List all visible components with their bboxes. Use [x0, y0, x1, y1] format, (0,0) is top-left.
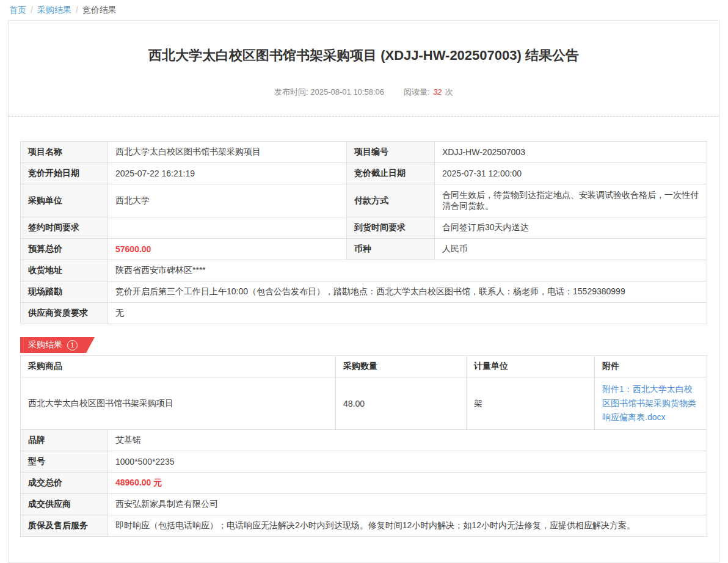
project-info-table: 项目名称 西北大学太白校区图书馆书架采购项目 项目编号 XDJJ-HW-2025…: [20, 141, 707, 324]
table-row: 西北大学太白校区图书馆书架采购项目 48.00 架 附件1：西北大学太白校区图书…: [21, 377, 707, 430]
deal-price-label: 成交总价: [21, 473, 108, 494]
bid-start-label: 竞价开始日期: [21, 163, 108, 184]
attachment-cell: 附件1：西北大学太白校区图书馆书架采购货物类响应偏离表.docx: [595, 377, 707, 430]
ribbon-count-badge: 1: [67, 340, 78, 351]
project-no-value: XDJJ-HW-202507003: [435, 142, 707, 163]
address-value: 陕西省西安市碑林区****: [108, 260, 707, 282]
warranty-value: 即时响应（包括电话响应）；电话响应无法解决2小时内到达现场。修复时间12小时内解…: [108, 515, 707, 537]
brand-value: 艾基锘: [108, 430, 707, 451]
breadcrumb-home-link[interactable]: 首页: [9, 5, 26, 15]
breadcrumb-current: 竞价结果: [82, 5, 117, 15]
col-header-quantity: 采购数量: [336, 356, 467, 377]
bid-end-value: 2025-07-31 12:00:00: [435, 163, 707, 184]
model-value: 1000*500*2235: [108, 451, 707, 473]
delivery-time-label: 到货时间要求: [347, 217, 435, 239]
table-row: 竞价开始日期 2025-07-22 16:21:19 竞价截止日期 2025-0…: [21, 163, 707, 184]
table-row: 供应商资质要求 无: [21, 303, 707, 324]
attachment-link[interactable]: 附件1：西北大学太白校区图书馆书架采购货物类响应偏离表.docx: [602, 382, 699, 424]
table-header-row: 采购商品 采购数量 计量单位 附件: [21, 356, 707, 377]
deal-detail-table: 品牌 艾基锘 型号 1000*500*2235 成交总价 48960.00 元 …: [20, 429, 707, 537]
breadcrumb-separator: /: [31, 5, 33, 15]
table-row: 品牌 艾基锘: [21, 430, 707, 451]
publish-time-value: 2025-08-01 10:58:06: [310, 87, 384, 96]
publish-meta: 发布时间: 2025-08-01 10:58:06 阅读量: 32 次: [20, 87, 707, 98]
ribbon-label: 采购结果: [28, 340, 62, 351]
publish-time-label: 发布时间:: [274, 87, 308, 96]
currency-label: 币种: [347, 239, 435, 260]
table-row: 成交供应商 西安弘新家具制造有限公司: [21, 494, 707, 515]
bid-end-label: 竞价截止日期: [347, 163, 435, 184]
publish-time-group: 发布时间: 2025-08-01 10:58:06: [274, 87, 387, 96]
site-visit-value: 竞价开启后第三个工作日上午10:00（包含公告发布日），踏勘地点：西北大学太白校…: [108, 282, 707, 303]
dashed-divider: [9, 116, 719, 117]
breadcrumb-results-link[interactable]: 采购结果: [37, 5, 71, 15]
table-row: 现场踏勘 竞价开启后第三个工作日上午10:00（包含公告发布日），踏勘地点：西北…: [21, 282, 707, 303]
col-header-unit: 计量单位: [467, 356, 595, 377]
supplier-value: 西安弘新家具制造有限公司: [108, 494, 707, 515]
model-label: 型号: [21, 451, 108, 473]
table-row: 项目名称 西北大学太白校区图书馆书架采购项目 项目编号 XDJJ-HW-2025…: [21, 142, 707, 163]
qualification-value: 无: [108, 303, 707, 324]
views-label: 阅读量:: [404, 87, 430, 96]
currency-value: 人民币: [435, 239, 707, 260]
page-title: 西北大学太白校区图书馆书架采购项目 (XDJJ-HW-202507003) 结果…: [20, 46, 707, 65]
table-row: 收货地址 陕西省西安市碑林区****: [21, 260, 707, 282]
product-value: 西北大学太白校区图书馆书架采购项目: [21, 377, 336, 430]
payment-label: 付款方式: [347, 184, 435, 217]
budget-label: 预算总价: [21, 239, 108, 260]
bid-start-value: 2025-07-22 16:21:19: [108, 163, 347, 184]
purchase-result-table: 采购商品 采购数量 计量单位 附件 西北大学太白校区图书馆书架采购项目 48.0…: [20, 355, 707, 430]
warranty-label: 质保及售后服务: [21, 515, 108, 537]
brand-label: 品牌: [21, 430, 108, 451]
table-row: 采购单位 西北大学 付款方式 合同生效后，待货物到达指定地点、安装调试验收合格后…: [21, 184, 707, 217]
deal-price-value: 48960.00 元: [108, 473, 707, 494]
announcement-card: 西北大学太白校区图书馆书架采购项目 (XDJJ-HW-202507003) 结果…: [8, 20, 719, 562]
purchase-result-ribbon: 采购结果 1: [20, 337, 95, 353]
address-label: 收货地址: [21, 260, 108, 282]
payment-value: 合同生效后，待货物到达指定地点、安装调试验收合格后，一次性付清合同货款。: [435, 184, 707, 217]
delivery-time-value: 合同签订后30天内送达: [435, 217, 707, 239]
breadcrumb: 首页/采购结果/竞价结果: [0, 0, 728, 20]
sign-time-value: [108, 217, 347, 239]
sign-time-label: 签约时间要求: [21, 217, 108, 239]
project-name-label: 项目名称: [21, 142, 108, 163]
col-header-product: 采购商品: [21, 356, 336, 377]
table-row: 成交总价 48960.00 元: [21, 473, 707, 494]
deal-price-amount: 48960.00: [115, 478, 151, 487]
col-header-attachment: 附件: [595, 356, 707, 377]
supplier-label: 成交供应商: [21, 494, 108, 515]
project-name-value: 西北大学太白校区图书馆书架采购项目: [108, 142, 347, 163]
site-visit-label: 现场踏勘: [21, 282, 108, 303]
table-row: 预算总价 57600.00 币种 人民币: [21, 239, 707, 260]
table-row: 签约时间要求 到货时间要求 合同签订后30天内送达: [21, 217, 707, 239]
breadcrumb-separator: /: [76, 5, 78, 15]
deal-price-unit: 元: [153, 478, 162, 487]
project-no-label: 项目编号: [347, 142, 435, 163]
views-count: 32: [433, 87, 442, 96]
purchaser-value: 西北大学: [108, 184, 347, 217]
qualification-label: 供应商资质要求: [21, 303, 108, 324]
budget-value: 57600.00: [108, 239, 347, 260]
quantity-value: 48.00: [336, 377, 467, 430]
unit-value: 架: [467, 377, 595, 430]
views-unit: 次: [445, 87, 453, 96]
table-row: 型号 1000*500*2235: [21, 451, 707, 473]
purchaser-label: 采购单位: [21, 184, 108, 217]
table-row: 质保及售后服务 即时响应（包括电话响应）；电话响应无法解决2小时内到达现场。修复…: [21, 515, 707, 537]
views-group: 阅读量: 32 次: [404, 87, 453, 96]
